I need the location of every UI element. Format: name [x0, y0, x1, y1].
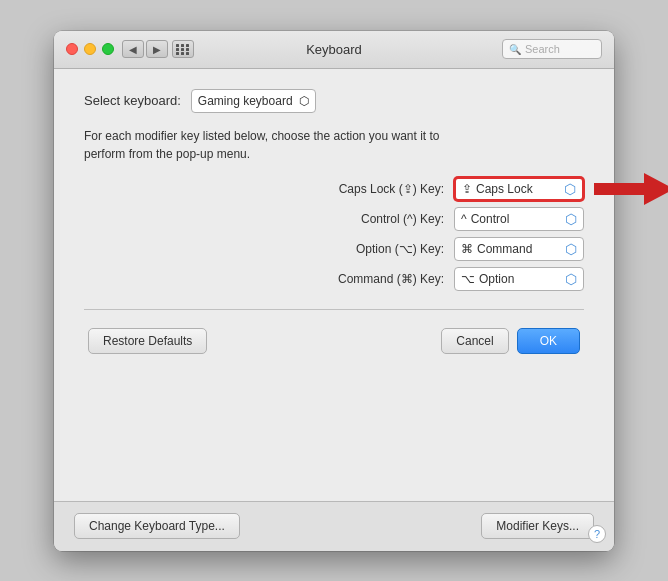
button-row: Restore Defaults Cancel OK — [84, 328, 584, 354]
search-placeholder: Search — [525, 43, 560, 55]
divider — [84, 309, 584, 310]
cancel-button[interactable]: Cancel — [441, 328, 508, 354]
control-label: Control (^) Key: — [284, 212, 444, 226]
description-text: For each modifier key listed below, choo… — [84, 127, 484, 163]
close-button[interactable] — [66, 43, 78, 55]
control-content: ^ Control — [461, 212, 509, 226]
option-dropdown[interactable]: ⌘ Command ⬡ — [454, 237, 584, 261]
option-arrow: ⬡ — [565, 241, 577, 257]
caps-lock-label: Caps Lock (⇪) Key: — [284, 182, 444, 196]
select-keyboard-label: Select keyboard: — [84, 93, 181, 108]
modifier-row-option: Option (⌥) Key: ⌘ Command ⬡ — [84, 237, 584, 261]
back-button[interactable]: ◀ — [122, 40, 144, 58]
traffic-lights — [66, 43, 114, 55]
modifier-row-capslock: Caps Lock (⇪) Key: ⇪ Caps Lock ⬡ — [84, 177, 584, 201]
command-dropdown[interactable]: ⌥ Option ⬡ — [454, 267, 584, 291]
keyboard-select-arrow: ⬡ — [299, 94, 309, 108]
help-icon: ? — [594, 528, 600, 540]
forward-icon: ▶ — [153, 44, 161, 55]
red-arrow — [594, 173, 668, 205]
grid-button[interactable] — [172, 40, 194, 58]
back-icon: ◀ — [129, 44, 137, 55]
bottom-bar: Change Keyboard Type... Modifier Keys... — [54, 501, 614, 551]
control-value: Control — [471, 212, 510, 226]
modifier-keys-button[interactable]: Modifier Keys... — [481, 513, 594, 539]
option-value: Command — [477, 242, 532, 256]
command-value: Option — [479, 272, 514, 286]
command-content: ⌥ Option — [461, 272, 514, 286]
svg-marker-0 — [594, 173, 668, 205]
caps-lock-arrow: ⬡ — [564, 181, 576, 197]
search-box[interactable]: 🔍 Search — [502, 39, 602, 59]
modifier-row-control: Control (^) Key: ^ Control ⬡ — [84, 207, 584, 231]
select-keyboard-row: Select keyboard: Gaming keyboard ⬡ — [84, 89, 584, 113]
right-buttons: Cancel OK — [441, 328, 580, 354]
caps-lock-dropdown[interactable]: ⇪ Caps Lock ⬡ — [454, 177, 584, 201]
caps-lock-value: Caps Lock — [476, 182, 533, 196]
help-button[interactable]: ? — [588, 525, 606, 543]
command-icon: ⌥ — [461, 272, 475, 286]
ok-button[interactable]: OK — [517, 328, 580, 354]
keyboard-select-value: Gaming keyboard — [198, 94, 293, 108]
caps-lock-content: ⇪ Caps Lock — [462, 182, 533, 196]
content-area: Select keyboard: Gaming keyboard ⬡ For e… — [54, 69, 614, 501]
command-arrow: ⬡ — [565, 271, 577, 287]
command-label: Command (⌘) Key: — [284, 272, 444, 286]
restore-defaults-button[interactable]: Restore Defaults — [88, 328, 207, 354]
caps-lock-icon: ⇪ — [462, 182, 472, 196]
forward-button[interactable]: ▶ — [146, 40, 168, 58]
nav-buttons: ◀ ▶ — [122, 40, 168, 58]
option-icon: ⌘ — [461, 242, 473, 256]
change-keyboard-button[interactable]: Change Keyboard Type... — [74, 513, 240, 539]
control-dropdown[interactable]: ^ Control ⬡ — [454, 207, 584, 231]
option-content: ⌘ Command — [461, 242, 532, 256]
option-label: Option (⌥) Key: — [284, 242, 444, 256]
control-icon: ^ — [461, 212, 467, 226]
minimize-button[interactable] — [84, 43, 96, 55]
window-title: Keyboard — [306, 42, 362, 57]
titlebar: ◀ ▶ Keyboard 🔍 Search — [54, 31, 614, 69]
grid-icon — [176, 44, 190, 55]
search-icon: 🔍 — [509, 44, 521, 55]
modifier-row-command: Command (⌘) Key: ⌥ Option ⬡ — [84, 267, 584, 291]
keyboard-select-dropdown[interactable]: Gaming keyboard ⬡ — [191, 89, 316, 113]
maximize-button[interactable] — [102, 43, 114, 55]
keyboard-window: ◀ ▶ Keyboard 🔍 Search Select keyboard: G… — [54, 31, 614, 551]
control-arrow: ⬡ — [565, 211, 577, 227]
modifier-table: Caps Lock (⇪) Key: ⇪ Caps Lock ⬡ Control… — [84, 177, 584, 291]
